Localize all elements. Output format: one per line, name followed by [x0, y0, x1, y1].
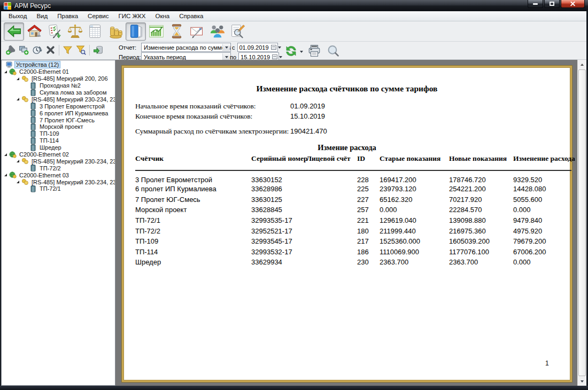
toolbar-separator: [59, 45, 59, 56]
menu-item[interactable]: Сервис: [83, 12, 113, 20]
app-icon: [4, 2, 11, 10]
table-cell: 225: [357, 184, 380, 194]
tree-item[interactable]: Устройства (12): [2, 61, 115, 68]
tree-item[interactable]: 6 пролет ИП Курмалиева: [2, 110, 115, 116]
filter-search-icon: [76, 45, 86, 55]
charts-button[interactable]: [146, 22, 166, 41]
delete-x-icon: [45, 45, 56, 55]
mail-button[interactable]: [187, 22, 207, 41]
expander-icon[interactable]: [4, 71, 7, 73]
table-cell: 139098.880: [449, 215, 513, 226]
zoom-button[interactable]: [327, 44, 340, 59]
minimize-button[interactable]: [528, 0, 543, 8]
meta-row: Конечное время показаний счётчиков: 15.1…: [135, 112, 456, 121]
poll-schedule-button[interactable]: [30, 43, 44, 57]
export-database-icon: [93, 45, 103, 55]
vertical-scrollbar[interactable]: [577, 60, 586, 386]
add-interface-button[interactable]: [4, 43, 17, 57]
menu-item[interactable]: Окна: [150, 12, 174, 20]
add-device-button[interactable]: [17, 43, 30, 57]
table-cell: Шредер: [135, 257, 251, 268]
expander-icon[interactable]: [17, 77, 19, 80]
calendar-icon: [271, 45, 276, 50]
tree-item[interactable]: ТП-72/1: [2, 185, 115, 192]
tree-item[interactable]: ТП-109: [2, 130, 115, 137]
tree-item[interactable]: 7 Пролет ЮГ-Смесь: [2, 116, 115, 123]
interface-icon: [21, 178, 29, 185]
scrollbar-thumb[interactable]: [578, 69, 586, 376]
table-cell: ТП-109: [135, 236, 251, 247]
table-header-cell: Лицевой счёт: [306, 154, 357, 170]
meta-label: Начальное время показаний счётчиков:: [135, 102, 256, 110]
values-table-button[interactable]: [85, 22, 105, 41]
menu-item[interactable]: Выход: [4, 12, 32, 20]
table-cell: ТП-72/1: [135, 215, 251, 226]
users-button[interactable]: [207, 22, 227, 41]
schedule-button[interactable]: [166, 22, 187, 41]
menu-item[interactable]: Справка: [174, 12, 208, 20]
close-button[interactable]: [561, 0, 585, 8]
print-button[interactable]: [307, 44, 321, 59]
tree-item[interactable]: ТП-72/2: [2, 165, 115, 171]
expander-icon[interactable]: [17, 181, 19, 183]
expander-icon[interactable]: [4, 174, 7, 176]
tree-item[interactable]: Морской проект: [2, 123, 115, 130]
expander-icon[interactable]: [17, 160, 19, 162]
scroll-down-button[interactable]: [578, 377, 586, 386]
back-button[interactable]: [4, 22, 24, 41]
menu-item[interactable]: ГИС ЖКХ: [113, 12, 150, 20]
table-cell: 6 пролет ИП Курмалиева: [135, 184, 251, 194]
scroll-up-button[interactable]: [578, 60, 586, 69]
main-toolbar: [1, 21, 586, 42]
tree-item[interactable]: [RS-485] Меркурий 230-234, 236: [2, 96, 115, 103]
refresh-icon: [284, 44, 298, 59]
table-cell: 186: [357, 247, 380, 258]
tree-item[interactable]: Шредер: [2, 144, 115, 151]
report-select-label: Отчет:: [119, 44, 139, 51]
tree-item-label: Проходная №2: [38, 82, 82, 89]
tree-item[interactable]: ТП-114: [2, 137, 115, 144]
refresh-button[interactable]: [284, 44, 298, 59]
mail-letter-icon: [189, 24, 205, 39]
table-header-cell: Новые показания: [449, 154, 513, 170]
refresh-dropdown-button[interactable]: [300, 51, 303, 53]
maximize-button[interactable]: [544, 0, 560, 8]
tree-item-label: [RS-485] Меркурий 200, 206: [30, 75, 109, 82]
billing-button[interactable]: [105, 22, 126, 41]
tree-item[interactable]: [RS-485] Меркурий 200, 206: [2, 75, 115, 82]
table-cell: 70217.920: [449, 194, 513, 205]
combo-arrow[interactable]: [222, 44, 230, 51]
menu-item[interactable]: Вид: [32, 12, 52, 20]
devices-button[interactable]: [24, 22, 44, 41]
filter-button[interactable]: [61, 43, 74, 57]
table-cell: 221: [357, 215, 380, 226]
tree-item[interactable]: Скупка лома за забором: [2, 89, 115, 96]
export-database-button[interactable]: [91, 43, 105, 57]
tree-item[interactable]: [RS-485] Меркурий 230-234, 236: [2, 158, 115, 165]
add-interface-icon: [5, 45, 16, 55]
menu-item[interactable]: Правка: [52, 12, 83, 20]
title-bar: АРМ Ресурс: [0, 0, 588, 11]
date-from-picker[interactable]: 01.09.2019: [237, 43, 278, 52]
audit-button[interactable]: [227, 22, 247, 41]
delete-button[interactable]: [44, 43, 57, 57]
tariffs-button[interactable]: [65, 22, 85, 41]
filter-search-button[interactable]: [74, 43, 88, 57]
tree-item-label: C2000-Ethernet 03: [18, 172, 70, 178]
tree-item[interactable]: 3 Пролет Еврометстрой: [2, 103, 115, 110]
expander-icon[interactable]: [4, 153, 7, 156]
meter-icon: [29, 137, 37, 144]
table-row: ТП-72/232952521-17180211999.440216975.36…: [135, 225, 571, 236]
tasks-button[interactable]: [44, 22, 65, 41]
tree-item[interactable]: C2000-Ethernet 03: [2, 171, 115, 178]
report-select-combobox[interactable]: Изменение расхода по сумме тарифов: [141, 43, 231, 52]
reports-button[interactable]: [126, 22, 146, 41]
tree-item-label: ТП-109: [38, 130, 60, 137]
expander-icon[interactable]: [17, 98, 19, 100]
tree-item[interactable]: C2000-Ethernet 02: [2, 151, 115, 158]
tree-item[interactable]: [RS-485] Меркурий 230-234, 236: [2, 178, 115, 185]
date-from-value: 01.09.2019: [239, 44, 269, 51]
tree-item[interactable]: Проходная №2: [2, 82, 115, 89]
tree-item[interactable]: C2000-Ethernet 01: [2, 68, 115, 75]
meter-icon: [29, 89, 37, 96]
